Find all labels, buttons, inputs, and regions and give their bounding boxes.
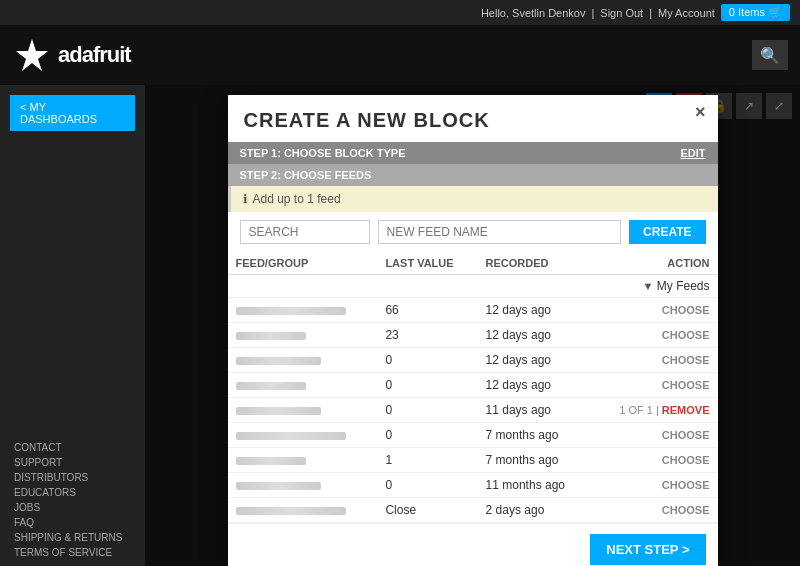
table-row: 0 11 months ago CHOOSE	[228, 473, 718, 498]
sidebar-bottom-links: CONTACT SUPPORT DISTRIBUTORS EDUCATORS J…	[0, 434, 145, 566]
new-feed-input[interactable]	[378, 220, 622, 244]
feed-name-blur	[236, 332, 306, 340]
sidebar-item-contact[interactable]: CONTACT	[14, 440, 131, 455]
feed-group-row: ▼ My Feeds	[228, 275, 718, 298]
feed-value-cell: 0	[377, 473, 477, 498]
table-row: 0 12 days ago CHOOSE	[228, 348, 718, 373]
sidebar-nav	[0, 146, 145, 166]
cart-button[interactable]: 0 Items 🛒	[721, 4, 790, 21]
sidebar-item-terms[interactable]: TERMS OF SERVICE	[14, 545, 131, 560]
feed-name-blur	[236, 382, 306, 390]
feed-recorded-cell: 12 days ago	[478, 373, 591, 398]
step1-edit-link[interactable]: EDIT	[680, 147, 705, 159]
modal-close-button[interactable]: ×	[695, 103, 706, 121]
feed-action-cell: CHOOSE	[591, 423, 717, 448]
search-input[interactable]	[240, 220, 370, 244]
feed-recorded-cell: 12 days ago	[478, 323, 591, 348]
step2-label: STEP 2: CHOOSE FEEDS	[240, 169, 372, 181]
modal-title: CREATE A NEW BLOCK	[228, 95, 718, 142]
feed-name-blur	[236, 457, 306, 465]
feed-name-blur	[236, 432, 346, 440]
choose-link[interactable]: CHOOSE	[662, 354, 710, 366]
my-dashboards-button[interactable]: < MY DASHBOARDS	[10, 95, 135, 131]
search-icon: 🔍	[760, 46, 780, 65]
feed-action-cell: CHOOSE	[591, 298, 717, 323]
feed-recorded-cell: 2 days ago	[478, 498, 591, 523]
choose-link[interactable]: CHOOSE	[662, 504, 710, 516]
sidebar-item-educators[interactable]: EDUCATORS	[14, 485, 131, 500]
sidebar-item-shipping[interactable]: SHIPPING & RETURNS	[14, 530, 131, 545]
choose-link[interactable]: CHOOSE	[662, 479, 710, 491]
of-count: 1 OF 1 |	[619, 404, 662, 416]
feed-value-cell: 0	[377, 398, 477, 423]
logo-area: adafruit	[12, 35, 131, 75]
feed-recorded-cell: 12 days ago	[478, 348, 591, 373]
feed-value-cell: 0	[377, 373, 477, 398]
sidebar-item-distributors[interactable]: DISTRIBUTORS	[14, 470, 131, 485]
sidebar-item-faq[interactable]: FAQ	[14, 515, 131, 530]
feed-name-blur	[236, 357, 321, 365]
my-dashboards-label: < MY DASHBOARDS	[20, 101, 125, 125]
choose-link[interactable]: CHOOSE	[662, 429, 710, 441]
table-row: Close 2 days ago CHOOSE	[228, 498, 718, 523]
site-header: adafruit 🔍	[0, 25, 800, 85]
feed-value-cell: 0	[377, 423, 477, 448]
table-row: 66 12 days ago CHOOSE	[228, 298, 718, 323]
feed-table: FEED/GROUP LAST VALUE RECORDED ACTION ▼ …	[228, 252, 718, 523]
feed-recorded-cell: 7 months ago	[478, 423, 591, 448]
table-row: 0 12 days ago CHOOSE	[228, 373, 718, 398]
feed-name-blur	[236, 482, 321, 490]
feed-name-cell	[228, 473, 378, 498]
myaccount-link[interactable]: My Account	[658, 7, 715, 19]
modal-footer: NEXT STEP >	[228, 523, 718, 566]
feed-value-cell: 1	[377, 448, 477, 473]
step2-bar: STEP 2: CHOOSE FEEDS	[228, 164, 718, 186]
main-content: 📊 🗑 🔒 ↗ ⤢ × CREATE A NEW BLOCK STEP 1: C…	[145, 85, 800, 566]
feed-name-blur	[236, 407, 321, 415]
table-header-row: FEED/GROUP LAST VALUE RECORDED ACTION	[228, 252, 718, 275]
choose-link[interactable]: CHOOSE	[662, 379, 710, 391]
choose-link[interactable]: CHOOSE	[662, 454, 710, 466]
col-feed: FEED/GROUP	[228, 252, 378, 275]
feed-name-cell	[228, 498, 378, 523]
create-button[interactable]: CREATE	[629, 220, 705, 244]
search-button[interactable]: 🔍	[752, 40, 788, 70]
feed-recorded-cell: 12 days ago	[478, 298, 591, 323]
feed-value-cell: Close	[377, 498, 477, 523]
choose-link[interactable]: CHOOSE	[662, 329, 710, 341]
feed-name-cell	[228, 323, 378, 348]
feed-name-cell	[228, 398, 378, 423]
site-logo-text: adafruit	[58, 42, 131, 68]
feed-notice: ℹ Add up to 1 feed	[228, 186, 718, 212]
feed-action-cell: CHOOSE	[591, 373, 717, 398]
feed-value-cell: 23	[377, 323, 477, 348]
step1-bar: STEP 1: CHOOSE BLOCK TYPE EDIT	[228, 142, 718, 164]
feed-name-blur	[236, 507, 346, 515]
sidebar-item-jobs[interactable]: JOBS	[14, 500, 131, 515]
sidebar-item-support[interactable]: SUPPORT	[14, 455, 131, 470]
choose-link[interactable]: CHOOSE	[662, 304, 710, 316]
col-recorded: RECORDED	[478, 252, 591, 275]
table-row: 23 12 days ago CHOOSE	[228, 323, 718, 348]
col-last-value: LAST VALUE	[377, 252, 477, 275]
greeting: Hello, Svetlin Denkov	[481, 7, 586, 19]
feed-recorded-cell: 11 months ago	[478, 473, 591, 498]
feed-name-cell	[228, 298, 378, 323]
feed-action-cell: CHOOSE	[591, 498, 717, 523]
feed-controls: CREATE	[228, 212, 718, 252]
feed-name-blur	[236, 307, 346, 315]
feed-name-cell	[228, 348, 378, 373]
signout-link[interactable]: Sign Out	[600, 7, 643, 19]
feed-recorded-cell: 11 days ago	[478, 398, 591, 423]
next-step-button[interactable]: NEXT STEP >	[590, 534, 705, 565]
info-icon: ℹ	[243, 192, 248, 206]
step1-label: STEP 1: CHOOSE BLOCK TYPE	[240, 147, 406, 159]
svg-marker-0	[16, 39, 48, 71]
logo-icon	[12, 35, 52, 75]
feed-name-cell	[228, 373, 378, 398]
modal: × CREATE A NEW BLOCK STEP 1: CHOOSE BLOC…	[228, 95, 718, 566]
feed-action-cell: 1 OF 1 | REMOVE	[591, 398, 717, 423]
feed-recorded-cell: 7 months ago	[478, 448, 591, 473]
remove-link[interactable]: REMOVE	[662, 404, 710, 416]
feed-name-cell	[228, 448, 378, 473]
